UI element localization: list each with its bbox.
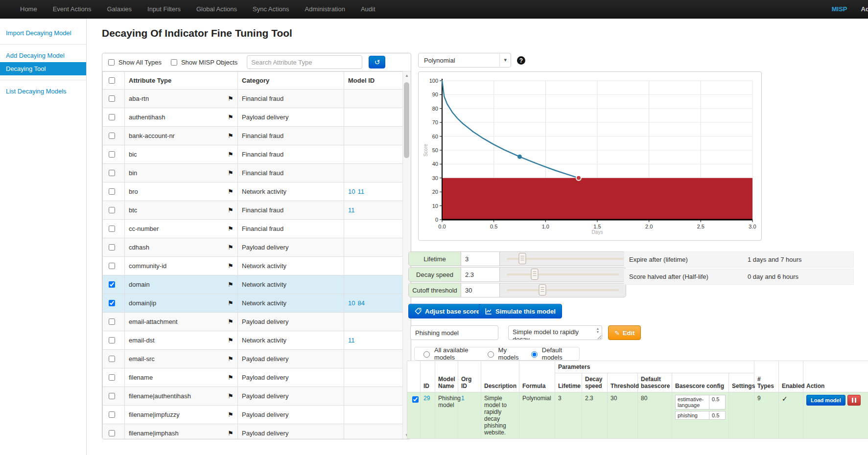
show-all-types-checkbox[interactable] xyxy=(108,59,115,66)
attribute-checkbox[interactable] xyxy=(109,263,115,269)
attribute-checkbox[interactable] xyxy=(109,151,115,158)
nav-item-sync-actions[interactable]: Sync Actions xyxy=(245,0,297,19)
sidebar-item-add-decaying-model[interactable]: Add Decaying Model xyxy=(0,49,86,62)
decay-speed-slider-handle[interactable] xyxy=(531,269,539,280)
attribute-row[interactable]: email-src⚑Payload delivery xyxy=(103,350,404,368)
scrollbar-thumb[interactable] xyxy=(404,82,409,158)
refresh-button[interactable]: ↺ xyxy=(369,56,385,68)
model-id-link[interactable]: 10 xyxy=(348,188,355,195)
attribute-row[interactable]: bro⚑Network activity1011 xyxy=(103,182,404,201)
radio-input[interactable] xyxy=(531,351,538,358)
nav-item-administration[interactable]: Administration xyxy=(297,0,353,19)
attribute-row[interactable]: community-id⚑Network activity xyxy=(103,257,404,275)
attribute-checkbox[interactable] xyxy=(109,95,115,102)
nav-item-audit[interactable]: Audit xyxy=(353,0,383,19)
help-icon[interactable]: ? xyxy=(517,56,525,65)
search-attribute-input[interactable] xyxy=(247,55,362,69)
attribute-row[interactable]: cc-number⚑Financial fraud xyxy=(103,220,404,238)
cutoff-threshold-slider[interactable] xyxy=(500,283,626,297)
attribute-row[interactable]: filename|authentihash⚑Payload delivery xyxy=(103,387,404,406)
attribute-row[interactable]: bank-account-nr⚑Financial fraud xyxy=(103,127,404,145)
load-model-button[interactable]: Load model xyxy=(806,395,845,406)
attribute-row[interactable]: filename|impfuzzy⚑Payload delivery xyxy=(103,406,404,424)
model-id-link[interactable]: 11 xyxy=(348,206,355,214)
attribute-checkbox[interactable] xyxy=(109,318,115,325)
attribute-row[interactable]: bin⚑Financial fraud xyxy=(103,164,404,182)
sidebar-item-decaying-tool[interactable]: Decaying Tool xyxy=(0,62,86,75)
model-row[interactable]: 29Phishing model1Simple model to rapidly… xyxy=(407,392,868,439)
pause-model-button[interactable] xyxy=(847,395,861,406)
attribute-checkbox[interactable] xyxy=(109,281,115,288)
formula-select[interactable]: Polynomial ▾ xyxy=(418,53,511,68)
nav-item-event-actions[interactable]: Event Actions xyxy=(45,0,99,19)
attribute-checkbox[interactable] xyxy=(109,114,115,120)
attribute-row[interactable]: email-attachment⚑Payload delivery xyxy=(103,313,404,331)
lifetime-slider[interactable] xyxy=(500,252,644,266)
attribute-row[interactable]: filename|imphash⚑Payload delivery xyxy=(103,424,404,439)
model-id-link[interactable]: 10 xyxy=(348,299,355,307)
attribute-row[interactable]: btc⚑Financial fraud11 xyxy=(103,201,404,220)
sidebar-item-import-decaying-model[interactable]: Import Decaying Model xyxy=(0,26,86,40)
scroll-up-icon[interactable]: ▲ xyxy=(403,71,411,79)
attribute-checkbox[interactable] xyxy=(109,133,115,139)
flag-icon: ⚑ xyxy=(228,188,234,195)
select-all-checkbox[interactable] xyxy=(109,77,115,84)
attribute-checkbox[interactable] xyxy=(109,337,115,343)
model-id-link[interactable]: 84 xyxy=(357,299,364,307)
nav-item-home[interactable]: Home xyxy=(12,0,45,19)
simulate-model-button[interactable]: Simulate this model xyxy=(479,304,562,318)
cutoff-threshold-input[interactable] xyxy=(461,283,500,297)
model-id-link[interactable]: 11 xyxy=(357,188,364,195)
user-menu[interactable]: Admin xyxy=(861,5,868,13)
radio-all-available-models[interactable]: All available models xyxy=(421,346,476,361)
misp-brand-link[interactable]: MISP xyxy=(832,5,847,13)
radio-default-models[interactable]: Default models xyxy=(529,346,573,361)
model-id-link[interactable]: 29 xyxy=(423,395,430,402)
attribute-row[interactable]: email-dst⚑Network activity11 xyxy=(103,331,404,350)
edit-model-button[interactable]: ✎ Edit xyxy=(608,325,641,340)
lifetime-input[interactable] xyxy=(461,252,500,266)
model-name-input[interactable] xyxy=(410,325,498,340)
org-id-link[interactable]: 1 xyxy=(461,395,465,402)
cutoff-threshold-slider-track[interactable] xyxy=(507,289,619,291)
decay-speed-slider-track[interactable] xyxy=(507,273,619,275)
attribute-row[interactable]: cdhash⚑Payload delivery xyxy=(103,238,404,257)
adjust-base-score-button[interactable]: Adjust base score xyxy=(408,304,486,318)
radio-input[interactable] xyxy=(423,351,430,358)
textarea-down-icon[interactable]: ▼ xyxy=(596,330,600,334)
attribute-row[interactable]: bic⚑Financial fraud xyxy=(103,145,404,164)
model-description-textarea[interactable]: Simple model to rapidly decay xyxy=(508,325,602,340)
attribute-checkbox[interactable] xyxy=(109,393,115,399)
lifetime-slider-handle[interactable] xyxy=(518,253,526,264)
attribute-checkbox[interactable] xyxy=(109,356,115,362)
radio-my-models[interactable]: My models xyxy=(485,346,520,361)
nav-item-galaxies[interactable]: Galaxies xyxy=(99,0,140,19)
attribute-row[interactable]: authentihash⚑Payload delivery xyxy=(103,108,404,127)
model-id-link[interactable]: 11 xyxy=(348,337,355,344)
textarea-scroll-arrows[interactable]: ▲ ▼ xyxy=(595,327,600,334)
attribute-row[interactable]: aba-rtn⚑Financial fraud xyxy=(103,90,404,108)
model-checkbox[interactable] xyxy=(412,396,419,403)
show-misp-objects-checkbox[interactable] xyxy=(171,59,177,66)
attribute-checkbox[interactable] xyxy=(109,170,115,176)
attribute-row[interactable]: domain⚑Network activity xyxy=(103,275,404,294)
decay-speed-slider[interactable] xyxy=(500,268,626,281)
textarea-up-icon[interactable]: ▲ xyxy=(596,327,600,330)
decay-speed-input[interactable] xyxy=(461,268,500,281)
attribute-checkbox[interactable] xyxy=(109,430,115,436)
attribute-checkbox[interactable] xyxy=(109,300,115,306)
cutoff-threshold-slider-handle[interactable] xyxy=(539,284,546,296)
attribute-checkbox[interactable] xyxy=(109,226,115,232)
attribute-checkbox[interactable] xyxy=(109,244,115,250)
attribute-checkbox[interactable] xyxy=(109,374,115,381)
attribute-row[interactable]: filename⚑Payload delivery xyxy=(103,368,404,387)
radio-input[interactable] xyxy=(488,351,494,358)
nav-item-global-actions[interactable]: Global Actions xyxy=(188,0,245,19)
attribute-checkbox[interactable] xyxy=(109,411,115,418)
attribute-row[interactable]: domain|ip⚑Network activity1084 xyxy=(103,294,404,313)
nav-item-input-filters[interactable]: Input Filters xyxy=(140,0,188,19)
lifetime-slider-track[interactable] xyxy=(507,258,637,260)
attribute-checkbox[interactable] xyxy=(109,207,115,213)
sidebar-item-list-decaying-models[interactable]: List Decaying Models xyxy=(0,85,86,98)
attribute-checkbox[interactable] xyxy=(109,188,115,195)
